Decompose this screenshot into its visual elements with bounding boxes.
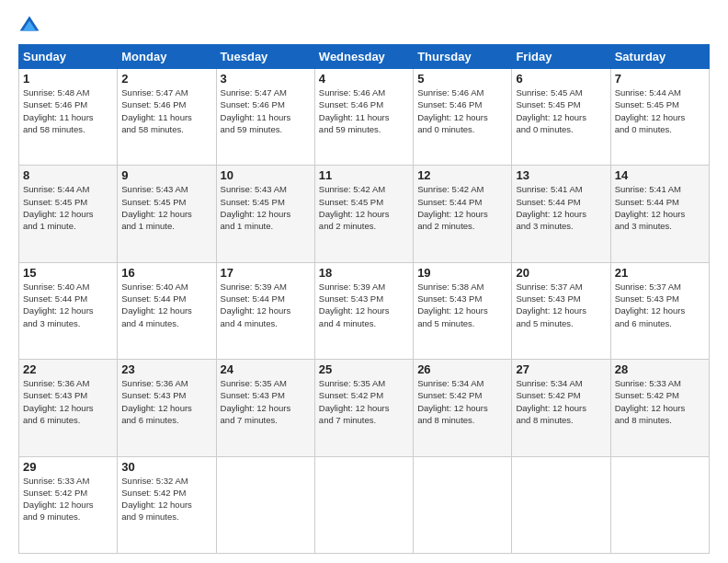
day-17: 17Sunrise: 5:39 AMSunset: 5:44 PMDayligh… xyxy=(216,262,314,359)
day-number: 29 xyxy=(23,460,113,474)
day-info: Sunrise: 5:40 AMSunset: 5:44 PMDaylight:… xyxy=(23,281,113,329)
day-14: 14Sunrise: 5:41 AMSunset: 5:44 PMDayligh… xyxy=(610,166,709,262)
day-15: 15Sunrise: 5:40 AMSunset: 5:44 PMDayligh… xyxy=(19,262,118,359)
empty-cell xyxy=(216,456,314,553)
day-info: Sunrise: 5:46 AMSunset: 5:46 PMDaylight:… xyxy=(319,86,409,135)
calendar: Sunday Monday Tuesday Wednesday Thursday… xyxy=(18,44,710,554)
day-4: 4Sunrise: 5:46 AMSunset: 5:46 PMDaylight… xyxy=(314,69,413,166)
empty-cell xyxy=(610,456,709,553)
week-row-3: 15Sunrise: 5:40 AMSunset: 5:44 PMDayligh… xyxy=(19,262,710,359)
week-row-2: 8Sunrise: 5:44 AMSunset: 5:45 PMDaylight… xyxy=(19,166,710,262)
day-number: 30 xyxy=(121,460,211,474)
empty-cell xyxy=(512,456,610,553)
day-number: 2 xyxy=(121,72,211,86)
day-27: 27Sunrise: 5:34 AMSunset: 5:42 PMDayligh… xyxy=(512,360,610,456)
day-1: 1Sunrise: 5:48 AMSunset: 5:46 PMDaylight… xyxy=(19,69,118,166)
day-20: 20Sunrise: 5:37 AMSunset: 5:43 PMDayligh… xyxy=(512,262,610,359)
empty-cell xyxy=(314,456,413,553)
day-info: Sunrise: 5:33 AMSunset: 5:42 PMDaylight:… xyxy=(23,475,113,523)
empty-cell xyxy=(414,456,512,553)
day-23: 23Sunrise: 5:36 AMSunset: 5:43 PMDayligh… xyxy=(118,360,216,456)
day-info: Sunrise: 5:43 AMSunset: 5:45 PMDaylight:… xyxy=(121,183,211,232)
header xyxy=(18,15,710,37)
day-7: 7Sunrise: 5:44 AMSunset: 5:45 PMDaylight… xyxy=(610,69,709,166)
day-number: 28 xyxy=(615,362,705,376)
week-row-4: 22Sunrise: 5:36 AMSunset: 5:43 PMDayligh… xyxy=(19,360,710,456)
day-19: 19Sunrise: 5:38 AMSunset: 5:43 PMDayligh… xyxy=(414,262,512,359)
header-monday: Monday xyxy=(118,45,216,69)
day-6: 6Sunrise: 5:45 AMSunset: 5:45 PMDaylight… xyxy=(512,69,610,166)
day-info: Sunrise: 5:42 AMSunset: 5:45 PMDaylight:… xyxy=(319,183,409,232)
day-info: Sunrise: 5:46 AMSunset: 5:46 PMDaylight:… xyxy=(417,86,507,135)
day-12: 12Sunrise: 5:42 AMSunset: 5:44 PMDayligh… xyxy=(414,166,512,262)
day-info: Sunrise: 5:41 AMSunset: 5:44 PMDaylight:… xyxy=(615,183,705,232)
day-24: 24Sunrise: 5:35 AMSunset: 5:43 PMDayligh… xyxy=(216,360,314,456)
day-number: 25 xyxy=(319,362,409,376)
day-info: Sunrise: 5:37 AMSunset: 5:43 PMDaylight:… xyxy=(516,281,606,329)
page: Sunday Monday Tuesday Wednesday Thursday… xyxy=(0,0,728,563)
day-info: Sunrise: 5:36 AMSunset: 5:43 PMDaylight:… xyxy=(23,377,113,426)
day-number: 14 xyxy=(615,168,705,182)
day-number: 11 xyxy=(319,168,409,182)
day-info: Sunrise: 5:32 AMSunset: 5:42 PMDaylight:… xyxy=(121,475,211,523)
day-26: 26Sunrise: 5:34 AMSunset: 5:42 PMDayligh… xyxy=(414,360,512,456)
day-number: 22 xyxy=(23,362,113,376)
day-number: 7 xyxy=(615,72,705,86)
day-number: 13 xyxy=(516,168,606,182)
day-number: 21 xyxy=(615,266,705,280)
day-info: Sunrise: 5:48 AMSunset: 5:46 PMDaylight:… xyxy=(23,86,113,135)
day-21: 21Sunrise: 5:37 AMSunset: 5:43 PMDayligh… xyxy=(610,262,709,359)
day-18: 18Sunrise: 5:39 AMSunset: 5:43 PMDayligh… xyxy=(314,262,413,359)
logo-icon xyxy=(18,15,40,37)
day-info: Sunrise: 5:35 AMSunset: 5:42 PMDaylight:… xyxy=(319,377,409,426)
day-number: 18 xyxy=(319,266,409,280)
day-info: Sunrise: 5:36 AMSunset: 5:43 PMDaylight:… xyxy=(121,377,211,426)
day-info: Sunrise: 5:40 AMSunset: 5:44 PMDaylight:… xyxy=(121,281,211,329)
day-info: Sunrise: 5:44 AMSunset: 5:45 PMDaylight:… xyxy=(615,86,705,135)
header-tuesday: Tuesday xyxy=(216,45,314,69)
day-number: 8 xyxy=(23,168,113,182)
day-info: Sunrise: 5:34 AMSunset: 5:42 PMDaylight:… xyxy=(417,377,507,426)
day-number: 24 xyxy=(221,362,311,376)
header-saturday: Saturday xyxy=(610,45,709,69)
day-number: 3 xyxy=(221,72,311,86)
day-info: Sunrise: 5:33 AMSunset: 5:42 PMDaylight:… xyxy=(615,377,705,426)
day-number: 1 xyxy=(23,72,113,86)
day-5: 5Sunrise: 5:46 AMSunset: 5:46 PMDaylight… xyxy=(414,69,512,166)
day-number: 27 xyxy=(516,362,606,376)
day-2: 2Sunrise: 5:47 AMSunset: 5:46 PMDaylight… xyxy=(118,69,216,166)
day-9: 9Sunrise: 5:43 AMSunset: 5:45 PMDaylight… xyxy=(118,166,216,262)
day-number: 6 xyxy=(516,72,606,86)
day-info: Sunrise: 5:47 AMSunset: 5:46 PMDaylight:… xyxy=(121,86,211,135)
day-info: Sunrise: 5:43 AMSunset: 5:45 PMDaylight:… xyxy=(221,183,311,232)
day-info: Sunrise: 5:45 AMSunset: 5:45 PMDaylight:… xyxy=(516,86,606,135)
day-28: 28Sunrise: 5:33 AMSunset: 5:42 PMDayligh… xyxy=(610,360,709,456)
day-13: 13Sunrise: 5:41 AMSunset: 5:44 PMDayligh… xyxy=(512,166,610,262)
day-info: Sunrise: 5:39 AMSunset: 5:44 PMDaylight:… xyxy=(221,281,311,329)
day-number: 26 xyxy=(417,362,507,376)
header-wednesday: Wednesday xyxy=(314,45,413,69)
day-info: Sunrise: 5:42 AMSunset: 5:44 PMDaylight:… xyxy=(417,183,507,232)
day-info: Sunrise: 5:44 AMSunset: 5:45 PMDaylight:… xyxy=(23,183,113,232)
day-number: 15 xyxy=(23,266,113,280)
day-11: 11Sunrise: 5:42 AMSunset: 5:45 PMDayligh… xyxy=(314,166,413,262)
weekday-header-row: Sunday Monday Tuesday Wednesday Thursday… xyxy=(19,45,710,69)
day-3: 3Sunrise: 5:47 AMSunset: 5:46 PMDaylight… xyxy=(216,69,314,166)
header-friday: Friday xyxy=(512,45,610,69)
day-info: Sunrise: 5:37 AMSunset: 5:43 PMDaylight:… xyxy=(615,281,705,329)
day-29: 29Sunrise: 5:33 AMSunset: 5:42 PMDayligh… xyxy=(19,456,118,553)
day-number: 5 xyxy=(417,72,507,86)
day-number: 10 xyxy=(221,168,311,182)
day-number: 9 xyxy=(121,168,211,182)
week-row-1: 1Sunrise: 5:48 AMSunset: 5:46 PMDaylight… xyxy=(19,69,710,166)
day-info: Sunrise: 5:39 AMSunset: 5:43 PMDaylight:… xyxy=(319,281,409,329)
day-number: 12 xyxy=(417,168,507,182)
day-number: 17 xyxy=(221,266,311,280)
day-info: Sunrise: 5:41 AMSunset: 5:44 PMDaylight:… xyxy=(516,183,606,232)
day-8: 8Sunrise: 5:44 AMSunset: 5:45 PMDaylight… xyxy=(19,166,118,262)
day-info: Sunrise: 5:34 AMSunset: 5:42 PMDaylight:… xyxy=(516,377,606,426)
day-22: 22Sunrise: 5:36 AMSunset: 5:43 PMDayligh… xyxy=(19,360,118,456)
day-number: 23 xyxy=(121,362,211,376)
day-number: 20 xyxy=(516,266,606,280)
header-sunday: Sunday xyxy=(19,45,118,69)
